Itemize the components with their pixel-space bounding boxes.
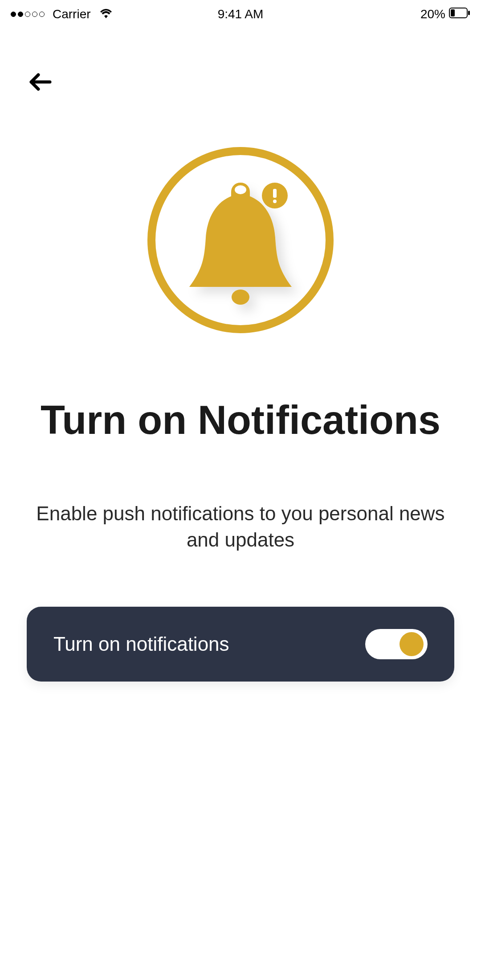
main-content: Turn on Notifications Enable push notifi… (0, 95, 481, 682)
arrow-left-icon (29, 73, 52, 91)
status-bar: Carrier 9:41 AM 20% (0, 0, 481, 29)
wifi-icon (100, 7, 112, 21)
svg-rect-2 (451, 9, 455, 16)
page-title: Turn on Notifications (41, 398, 440, 442)
svg-rect-6 (273, 189, 277, 198)
back-button[interactable] (27, 69, 53, 95)
notifications-toggle[interactable] (365, 629, 428, 659)
svg-point-4 (232, 290, 249, 305)
notifications-toggle-card[interactable]: Turn on notifications (27, 607, 454, 682)
toggle-knob (399, 632, 424, 656)
battery-icon (449, 7, 470, 21)
page-subtitle: Enable push notifications to you persona… (27, 500, 454, 553)
status-time: 9:41 AM (218, 7, 264, 21)
battery-percent: 20% (420, 7, 445, 21)
bell-illustration (145, 144, 336, 336)
signal-strength-icon (11, 12, 45, 17)
svg-point-8 (235, 185, 246, 194)
carrier-label: Carrier (53, 7, 91, 21)
status-right: 20% (420, 7, 470, 21)
toggle-label: Turn on notifications (53, 633, 229, 655)
svg-point-7 (273, 200, 277, 203)
status-left: Carrier (11, 7, 112, 21)
svg-rect-1 (468, 11, 470, 15)
bell-notification-icon (145, 144, 336, 336)
